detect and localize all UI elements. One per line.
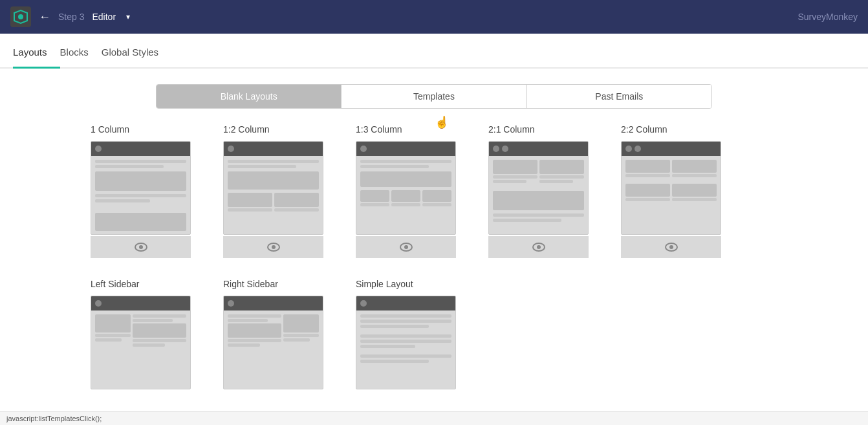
tab-blocks[interactable]: Blocks	[60, 47, 102, 69]
editor-dropdown[interactable]: ▾	[126, 12, 130, 21]
layout-title-2-2col: 2:2 Column	[621, 124, 747, 135]
layout-title-left-sidebar: Left Sidebar	[91, 279, 217, 289]
status-bar: javascript:listTemplatesClick();	[0, 411, 868, 425]
layout-thumb-simple[interactable]	[356, 296, 456, 389]
layout-thumb-1-2col[interactable]	[223, 141, 323, 235]
layout-thumb-2-2col[interactable]	[621, 141, 721, 235]
preview-1-3col[interactable]	[356, 236, 456, 258]
layout-item-2-1col: 2:1 Column	[488, 124, 614, 258]
back-button[interactable]: ←	[39, 10, 50, 24]
templates-button[interactable]: Templates	[342, 85, 526, 108]
layout-title-1col: 1 Column	[91, 124, 217, 135]
svg-point-1	[18, 14, 23, 19]
editor-label: Editor	[92, 12, 116, 22]
preview-1-2col[interactable]	[223, 236, 323, 258]
preview-2-1col[interactable]	[488, 236, 589, 258]
layout-item-left-sidebar: Left Sidebar	[91, 279, 217, 389]
step-label: Step 3	[58, 12, 84, 22]
main-content: Blank Layouts Templates Past Emails 1 Co…	[0, 69, 868, 425]
layout-title-2-1col: 2:1 Column	[488, 124, 614, 135]
top-bar-left: ← Step 3 Editor ▾	[10, 6, 130, 27]
layout-item-right-sidebar: Right Sidebar	[223, 279, 349, 389]
blank-layouts-button[interactable]: Blank Layouts	[157, 85, 342, 108]
layout-grid: 1 Column 1:2 Co	[0, 124, 868, 410]
brand-name: SurveyMonkey	[797, 12, 858, 22]
layout-item-1-2col: 1:2 Column	[223, 124, 349, 258]
tab-global-styles[interactable]: Global Styles	[102, 47, 171, 69]
eye-icon-1-2col	[267, 243, 280, 252]
layout-thumb-1-3col[interactable]	[356, 141, 456, 235]
preview-2-2col[interactable]	[621, 236, 721, 258]
eye-icon-1col	[135, 243, 147, 252]
layout-title-1-3col: 1:3 Column	[356, 124, 482, 135]
sub-nav: Layouts Blocks Global Styles	[0, 34, 868, 69]
tab-layouts[interactable]: Layouts	[13, 47, 60, 69]
layout-thumb-1col[interactable]	[91, 141, 191, 235]
layout-item-simple: Simple Layout	[356, 279, 482, 389]
eye-icon-1-3col	[400, 243, 413, 252]
layout-thumb-left-sidebar[interactable]	[91, 296, 191, 389]
layout-item-2-2col: 2:2 Column	[621, 124, 747, 258]
past-emails-button[interactable]: Past Emails	[527, 85, 711, 108]
preview-1col[interactable]	[91, 236, 191, 258]
layout-item-1-3col: 1:3 Column	[356, 124, 482, 258]
layout-title-1-2col: 1:2 Column	[223, 124, 349, 135]
eye-icon-2-2col	[665, 243, 678, 252]
layout-item-1col: 1 Column	[91, 124, 217, 258]
top-bar: ← Step 3 Editor ▾ SurveyMonkey	[0, 0, 868, 34]
layout-title-right-sidebar: Right Sidebar	[223, 279, 349, 289]
logo-icon	[10, 6, 31, 27]
status-text: javascript:listTemplatesClick();	[6, 415, 102, 422]
layout-title-simple: Simple Layout	[356, 279, 482, 289]
layout-thumb-right-sidebar[interactable]	[223, 296, 323, 389]
eye-icon-2-1col	[532, 243, 545, 252]
layout-selector: Blank Layouts Templates Past Emails	[156, 84, 712, 109]
layout-thumb-2-1col[interactable]	[488, 141, 589, 235]
